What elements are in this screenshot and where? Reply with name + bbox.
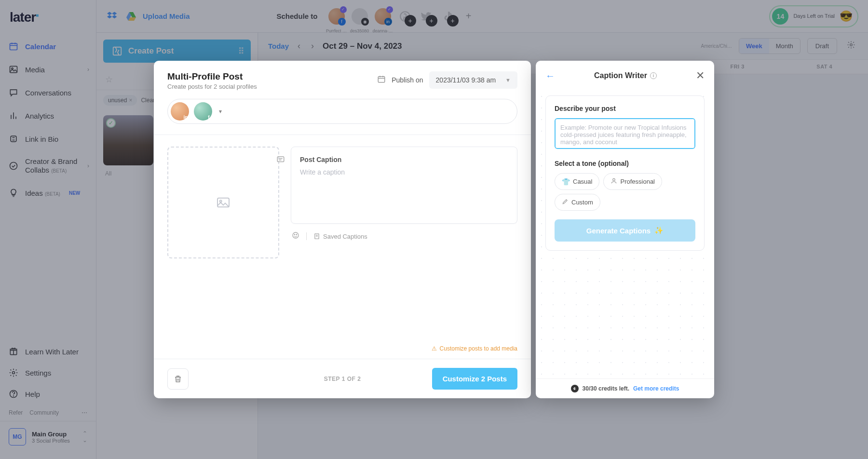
tone-label: Select a tone (optional) bbox=[555, 160, 695, 167]
caption-writer-panel: ← Caption Writer i ✕ Describe your post … bbox=[536, 61, 714, 398]
profile-avatar: f bbox=[194, 102, 212, 121]
panel-title: Caption Writer bbox=[594, 71, 647, 80]
caption-label: Post Caption bbox=[300, 156, 508, 163]
svg-point-32 bbox=[296, 234, 297, 235]
chevron-down-icon: ▼ bbox=[505, 77, 511, 83]
emoji-icon[interactable] bbox=[292, 231, 299, 241]
pencil-icon bbox=[562, 198, 569, 206]
svg-point-31 bbox=[294, 234, 295, 235]
caption-input[interactable] bbox=[300, 168, 508, 212]
media-dropzone[interactable] bbox=[167, 147, 279, 258]
caption-icon bbox=[276, 155, 285, 166]
tone-casual[interactable]: 👕Casual bbox=[555, 173, 599, 190]
warning-icon: ⚠ bbox=[432, 345, 437, 352]
credits-text: 30/30 credits left. bbox=[583, 385, 629, 392]
svg-rect-21 bbox=[378, 76, 385, 82]
saved-captions-link[interactable]: Saved Captions bbox=[313, 233, 367, 240]
modal-title: Multi-Profile Post bbox=[167, 71, 257, 82]
modal-subtitle: Create posts for 2 social profiles bbox=[167, 83, 257, 90]
describe-input[interactable] bbox=[555, 118, 695, 149]
generate-captions-button[interactable]: Generate Captions ✨ bbox=[555, 219, 695, 242]
close-button[interactable]: ✕ bbox=[696, 69, 705, 82]
back-button[interactable]: ← bbox=[545, 70, 555, 81]
publish-label: Publish on bbox=[392, 76, 423, 84]
chevron-down-icon: ▾ bbox=[219, 108, 222, 115]
svg-point-30 bbox=[293, 232, 298, 238]
publish-date-picker[interactable]: 2023/11/03 9:38 am ▼ bbox=[429, 71, 517, 89]
svg-rect-27 bbox=[277, 157, 284, 162]
person-icon bbox=[610, 177, 617, 186]
tone-professional[interactable]: Professional bbox=[603, 173, 662, 190]
describe-label: Describe your post bbox=[555, 105, 695, 112]
linkedin-icon: in bbox=[181, 113, 190, 122]
info-icon[interactable]: i bbox=[650, 72, 657, 79]
delete-button[interactable] bbox=[167, 368, 189, 390]
tone-custom[interactable]: Custom bbox=[555, 194, 600, 211]
get-credits-link[interactable]: Get more credits bbox=[633, 385, 679, 392]
calendar-icon bbox=[377, 75, 386, 86]
sparkle-icon: ✨ bbox=[654, 226, 664, 235]
tshirt-icon: 👕 bbox=[562, 178, 570, 186]
profile-pill-selector[interactable]: in f ▾ bbox=[167, 99, 517, 124]
profile-avatar: in bbox=[171, 102, 189, 121]
facebook-icon: f bbox=[204, 113, 213, 122]
svg-point-36 bbox=[613, 178, 615, 181]
warning-text: ⚠Customize posts to add media bbox=[432, 345, 517, 352]
customize-button[interactable]: Customize 2 Posts bbox=[432, 368, 517, 390]
step-indicator: STEP 1 OF 2 bbox=[324, 376, 361, 382]
caption-card: Post Caption bbox=[291, 147, 517, 224]
coin-icon: ¢ bbox=[571, 385, 579, 392]
compose-modal: Multi-Profile Post Create posts for 2 so… bbox=[154, 61, 531, 398]
